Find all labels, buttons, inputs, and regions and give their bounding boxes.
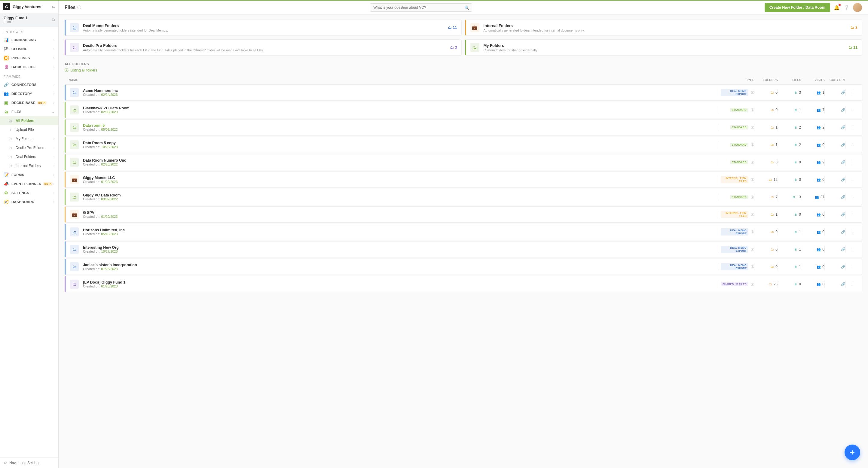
row-menu-button[interactable]: ⋮: [845, 176, 858, 183]
search-icon[interactable]: 🔍: [464, 5, 469, 10]
folder-row[interactable]: 🗂 Blackhawk VC Data Room Created on: 02/…: [65, 102, 862, 118]
row-menu-button[interactable]: ⋮: [845, 159, 858, 166]
info-icon[interactable]: ⓘ: [751, 230, 754, 234]
row-menu-button[interactable]: ⋮: [845, 263, 858, 270]
sidebar-item-pipelines[interactable]: 🔀PIPELINES›: [0, 54, 58, 63]
col-name: NAME: [69, 78, 718, 82]
copy-url-cell[interactable]: 🔗: [825, 194, 845, 201]
row-menu-button[interactable]: ⋮: [845, 89, 858, 96]
row-menu-button[interactable]: ⋮: [845, 246, 858, 253]
copy-url-cell[interactable]: 🔗: [825, 89, 845, 96]
collapse-sidebar-icon[interactable]: ‹≡: [52, 4, 55, 9]
folder-created-on: Created on: 05/09/2022: [83, 128, 718, 131]
folder-row[interactable]: 🗂 Acme Hammers Inc Created on: 02/24/202…: [65, 85, 862, 101]
chevron-right-icon: ›: [54, 191, 55, 195]
info-icon[interactable]: ⓘ: [751, 125, 754, 130]
copy-url-cell[interactable]: 🔗: [825, 106, 845, 113]
category-card-blue[interactable]: 🗂 Deal Memo Folders Automatically genera…: [65, 20, 462, 36]
info-icon[interactable]: ⓘ: [77, 5, 81, 10]
help-icon[interactable]: ❔: [843, 5, 849, 10]
info-icon[interactable]: ⓘ: [751, 160, 754, 165]
folders-count: 7: [775, 195, 778, 199]
folder-row[interactable]: 🗂 Data Room 5 copy Created on: 10/26/202…: [65, 137, 862, 153]
folders-count: 8: [775, 160, 778, 164]
folder-row[interactable]: 🗂 Giggy VC Data Room Created on: 03/02/2…: [65, 189, 862, 205]
created-on-label: Created on:: [83, 110, 100, 114]
sidebar-item-dashboard[interactable]: 🧭DASHBOARD›: [0, 197, 58, 206]
visits-count-cell: 👥 37: [801, 194, 825, 201]
copy-icon[interactable]: ⧉: [52, 18, 55, 22]
info-icon[interactable]: ⓘ: [751, 212, 754, 217]
category-card-green[interactable]: 🗂 My Folders Custom folders for sharing …: [465, 39, 862, 56]
sidebar-item-deal-folders[interactable]: 🗂Deal Folders›: [0, 152, 58, 161]
company-logo[interactable]: G: [3, 3, 10, 10]
sidebar-item-files[interactable]: 🗂FILES⌄: [0, 107, 58, 116]
copy-url-cell[interactable]: 🔗: [825, 159, 845, 166]
folder-row[interactable]: 🗂 Data room 5 Created on: 05/09/2022 STA…: [65, 119, 862, 135]
copy-url-cell[interactable]: 🔗: [825, 124, 845, 131]
copy-url-cell[interactable]: 🔗: [825, 228, 845, 235]
row-menu-button[interactable]: ⋮: [845, 194, 858, 201]
copy-url-cell[interactable]: 🔗: [825, 280, 845, 288]
sidebar-item-all-folders[interactable]: 🗂All Folders: [0, 116, 58, 125]
folder-row[interactable]: 🗂 Horizons Unlimited, Inc Created on: 05…: [65, 224, 862, 240]
sidebar-item-fundraising[interactable]: 📊FUNDRAISING›: [0, 35, 58, 44]
sidebar-item-settings[interactable]: ⚙SETTINGS›: [0, 188, 58, 197]
info-icon[interactable]: ⓘ: [751, 108, 754, 112]
copy-url-cell[interactable]: 🔗: [825, 176, 845, 183]
folder-row[interactable]: 🗂 [LP Docs] Giggy Fund 1 Created on: 01/…: [65, 276, 862, 292]
info-icon[interactable]: ⓘ: [751, 247, 754, 252]
folder-row[interactable]: 🗂 Janice's sister's incorporation Create…: [65, 259, 862, 275]
info-icon[interactable]: ⓘ: [751, 265, 754, 269]
copy-url-cell[interactable]: 🔗: [825, 246, 845, 253]
event-planner-icon: 📣: [4, 181, 9, 186]
search-input[interactable]: [370, 3, 472, 12]
user-avatar[interactable]: [853, 3, 862, 12]
row-menu-button[interactable]: ⋮: [845, 280, 858, 288]
row-menu-button[interactable]: ⋮: [845, 228, 858, 235]
sidebar-item-closing[interactable]: 🏁CLOSING›: [0, 44, 58, 54]
sidebar-item-upload-file[interactable]: +Upload File: [0, 125, 58, 134]
visits-count-cell: 👥 0: [801, 263, 825, 270]
folder-row[interactable]: 💼 Giggy Manco LLC Created on: 01/20/2023…: [65, 171, 862, 188]
row-menu-button[interactable]: ⋮: [845, 211, 858, 218]
chevron-right-icon: ›: [54, 182, 55, 186]
category-card-orange[interactable]: 💼 Internal Folders Automatically generat…: [465, 20, 862, 36]
sidebar-item-back-office[interactable]: 🗄BACK OFFICE›: [0, 63, 58, 71]
row-menu-button[interactable]: ⋮: [845, 124, 858, 131]
folder-type-cell: STANDARD ⓘ: [718, 124, 754, 131]
copy-url-cell[interactable]: 🔗: [825, 263, 845, 270]
visits-count-cell: 👥 9: [801, 159, 825, 166]
sidebar-item-internal-folders[interactable]: 🗂Internal Folders›: [0, 161, 58, 170]
col-visits: VISITS: [801, 78, 825, 82]
navigation-settings-link[interactable]: ⚙ Navigation Settings: [0, 458, 58, 468]
sidebar-item-decile-base[interactable]: ▣DECILE BASEBETA›: [0, 98, 58, 107]
copy-url-cell[interactable]: 🔗: [825, 141, 845, 148]
sidebar-item-decile-pro-folders[interactable]: 🗂Decile Pro Folders›: [0, 143, 58, 152]
notifications-icon[interactable]: 🔔: [834, 5, 840, 10]
folder-row[interactable]: 🗂 Data Room Numero Uno Created on: 02/25…: [65, 154, 862, 170]
info-icon[interactable]: ⓘ: [751, 91, 754, 95]
fab-add-button[interactable]: +: [844, 444, 860, 460]
chevron-right-icon: ›: [54, 155, 55, 159]
folder-row[interactable]: 🗂 Interesting New Org Created on: 10/27/…: [65, 241, 862, 258]
sidebar-item-connectors[interactable]: 🔗CONNECTORS›: [0, 80, 58, 89]
fund-selector[interactable]: Giggy Fund 1 Fund ⧉: [0, 13, 58, 27]
sidebar-item-forms[interactable]: 📝FORMS›: [0, 170, 58, 179]
files-count: 1: [799, 230, 801, 234]
sidebar-item-directory[interactable]: 👥DIRECTORY›: [0, 89, 58, 98]
folders-icon: 🗂: [771, 91, 774, 94]
sidebar-item-my-folders[interactable]: 🗂My Folders›: [0, 134, 58, 143]
create-folder-button[interactable]: Create New Folder / Data Room: [765, 3, 830, 12]
info-icon[interactable]: ⓘ: [751, 282, 754, 287]
copy-url-cell[interactable]: 🔗: [825, 211, 845, 218]
sidebar-item-event-planner[interactable]: 📣EVENT PLANNERBETA›: [0, 179, 58, 188]
folders-icon: 🗂: [771, 143, 774, 146]
info-icon[interactable]: ⓘ: [751, 177, 754, 182]
info-icon[interactable]: ⓘ: [751, 143, 754, 147]
row-menu-button[interactable]: ⋮: [845, 106, 858, 113]
row-menu-button[interactable]: ⋮: [845, 141, 858, 148]
folder-row[interactable]: 💼 G SPV Created on: 01/20/2023 INTERNAL …: [65, 206, 862, 223]
info-icon[interactable]: ⓘ: [751, 195, 754, 199]
category-card-purple[interactable]: 🗂 Decile Pro Folders Automatically gener…: [65, 39, 462, 56]
